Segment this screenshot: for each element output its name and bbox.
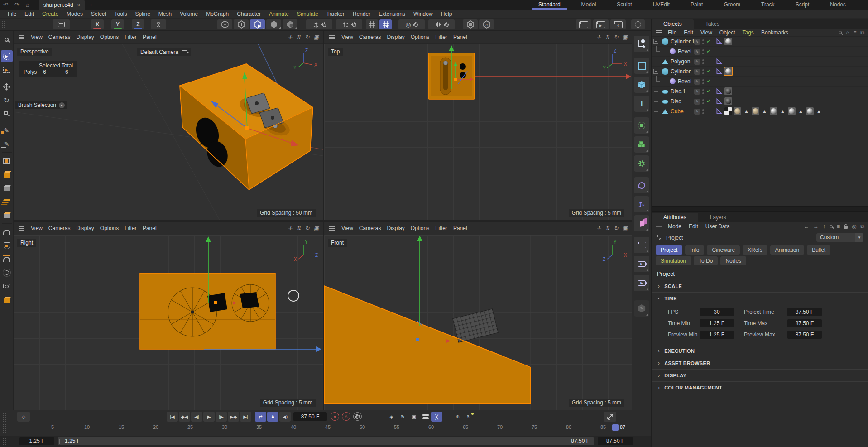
subdivision-surface-button[interactable]	[1, 196, 13, 207]
vp-menu-cameras[interactable]: Cameras	[359, 225, 387, 231]
plane-primitive-button[interactable]	[1, 155, 13, 167]
scale-tool-button[interactable]	[1, 108, 13, 120]
texture-tag-icon[interactable]	[724, 38, 732, 45]
vp-menu-view[interactable]: View	[341, 34, 359, 40]
tab-objects[interactable]: Objects	[652, 19, 694, 29]
texture-tag-icon[interactable]	[752, 107, 759, 115]
layout-tab-track[interactable]: Track	[751, 0, 785, 10]
render-settings-button[interactable]: ✲	[610, 19, 626, 29]
axis-lock-y-button[interactable]: Y	[111, 19, 124, 29]
objects-menu-edit[interactable]: Edit	[680, 29, 697, 36]
field-palette-button[interactable]	[634, 117, 649, 134]
uvw-tag-icon[interactable]	[724, 107, 732, 115]
texture-tag-icon[interactable]	[734, 107, 741, 115]
vp-menu-filter[interactable]: Filter	[125, 34, 143, 40]
preset-dropdown[interactable]: Custom ▼	[816, 233, 863, 242]
objects-menu-bookmarks[interactable]: Bookmarks	[758, 29, 792, 36]
detach-icon[interactable]: ⧉	[860, 223, 864, 230]
top-canvas[interactable]: Top Grid Spacing : 5 mm	[324, 44, 632, 220]
coordinate-system-button[interactable]	[151, 19, 166, 29]
key-pla-button[interactable]: ╳	[431, 412, 442, 422]
viewport-menu-icon[interactable]	[19, 35, 24, 36]
expression-palette-button[interactable]: ⤴▫	[634, 196, 649, 212]
rotate-view-icon[interactable]: ↻	[614, 34, 619, 40]
objects-menu-file[interactable]: File	[664, 29, 680, 36]
visibility-dots[interactable]	[702, 59, 704, 61]
redo-icon[interactable]: ↷	[14, 0, 19, 10]
attributes-menu-icon[interactable]	[656, 225, 662, 226]
layout-tab-standard[interactable]: Standard	[528, 0, 571, 10]
expand-icon[interactable]: ▸	[59, 102, 65, 108]
rotate-tool-button[interactable]: ↻	[1, 94, 13, 106]
object-name[interactable]: Polygon	[671, 58, 690, 65]
mograph-palette-button[interactable]	[634, 215, 649, 231]
render-view-button[interactable]	[576, 19, 591, 29]
selection-tag-icon[interactable]: ▲	[779, 107, 786, 115]
rotate-view-icon[interactable]: ↻	[305, 225, 310, 231]
object-name[interactable]: Cylinder	[671, 68, 691, 75]
object-row-cube[interactable]: Cube ✎ ▲ ▲ ▲ ▲ ▲	[652, 106, 868, 116]
objects-menu-icon[interactable]	[656, 30, 662, 31]
pen-tool-button[interactable]: ✎	[1, 125, 13, 136]
menu-animate[interactable]: Animate	[265, 11, 293, 17]
live-selection-tool-button[interactable]: ▶	[1, 50, 13, 62]
vp-menu-options[interactable]: Options	[411, 225, 435, 231]
keyframe-settings-button[interactable]	[353, 412, 362, 421]
cube-primitive-palette-button[interactable]	[634, 77, 649, 93]
collapse-icon[interactable]: −	[653, 69, 658, 74]
goto-end-button[interactable]: ▶|	[240, 412, 251, 422]
back-icon[interactable]: ←	[804, 223, 809, 230]
record-keyframe-button[interactable]: ●	[331, 412, 339, 421]
vp-menu-display[interactable]: Display	[387, 225, 410, 231]
symmetry-settings-icon[interactable]	[444, 22, 449, 27]
texture-tag-icon[interactable]	[724, 87, 732, 95]
deformer-palette-button[interactable]	[634, 177, 649, 193]
stage-camera-palette-button[interactable]: ▶	[634, 256, 649, 272]
visibility-dots[interactable]	[702, 99, 704, 101]
previous-key-button[interactable]: ◆◀	[179, 412, 190, 422]
edges-mode-button[interactable]	[234, 19, 249, 29]
generator-palette-button[interactable]	[634, 155, 649, 172]
menu-mesh[interactable]: Mesh	[154, 11, 176, 17]
front-canvas[interactable]: Front Grid Spacing : 5 mm	[324, 235, 632, 410]
rangebar-grip[interactable]	[3, 438, 6, 445]
perspective-canvas[interactable]: Perspective Default Camera Selected Tota…	[14, 44, 323, 220]
menu-extensions[interactable]: Extensions	[374, 11, 409, 17]
texture-tag-icon[interactable]	[770, 107, 777, 115]
axis-lock-x-button[interactable]: X	[91, 19, 104, 29]
vp-menu-display[interactable]: Display	[76, 225, 100, 231]
edit-toggle-icon[interactable]: ✎	[694, 59, 700, 65]
edit-toggle-icon[interactable]: ✎	[694, 89, 700, 95]
snap-button[interactable]	[379, 19, 392, 29]
timeline-expand-button[interactable]	[604, 412, 616, 422]
menu-spline[interactable]: Spline	[131, 11, 154, 17]
rotate-view-icon[interactable]: ↻	[614, 225, 619, 231]
object-row-cylinder1[interactable]: − Cylinder.1 ✎ ✓	[652, 37, 868, 47]
floor-object-button[interactable]	[1, 253, 13, 265]
layout-tab-nodes[interactable]: Nodes	[820, 0, 856, 10]
vp-menu-cameras[interactable]: Cameras	[359, 34, 387, 40]
current-frame-field[interactable]: 87.50 F	[293, 412, 327, 421]
vp-menu-display[interactable]: Display	[387, 34, 410, 40]
category-animation[interactable]: Animation	[770, 245, 804, 255]
vp-menu-options[interactable]: Options	[411, 34, 435, 40]
playhead[interactable]	[612, 424, 619, 431]
object-name[interactable]: Bevel	[678, 48, 691, 55]
enabled-check-icon[interactable]: ✓	[706, 38, 711, 44]
edit-toggle-icon[interactable]: ✎	[694, 39, 700, 45]
maximize-view-icon[interactable]: ▣	[623, 34, 628, 40]
vp-menu-filter[interactable]: Filter	[435, 225, 453, 231]
volume-builder-palette-button[interactable]	[634, 136, 649, 153]
move-tool-button[interactable]	[1, 81, 13, 92]
maximize-view-icon[interactable]: ▣	[314, 34, 319, 40]
menu-modes[interactable]: Modes	[62, 11, 87, 17]
autokey-button[interactable]: A	[342, 412, 350, 421]
range-start-field[interactable]: 1.25 F	[19, 437, 54, 445]
dolly-view-icon[interactable]: ⇅	[605, 225, 610, 231]
motion-camera-palette-button[interactable]: ▶	[634, 275, 649, 291]
viewport-menu-icon[interactable]	[329, 226, 335, 227]
objects-menu-tags[interactable]: Tags	[739, 29, 758, 36]
vp-menu-view[interactable]: View	[31, 34, 48, 40]
texture-tag-icon[interactable]	[806, 107, 814, 115]
object-name[interactable]: Bevel	[678, 78, 691, 85]
